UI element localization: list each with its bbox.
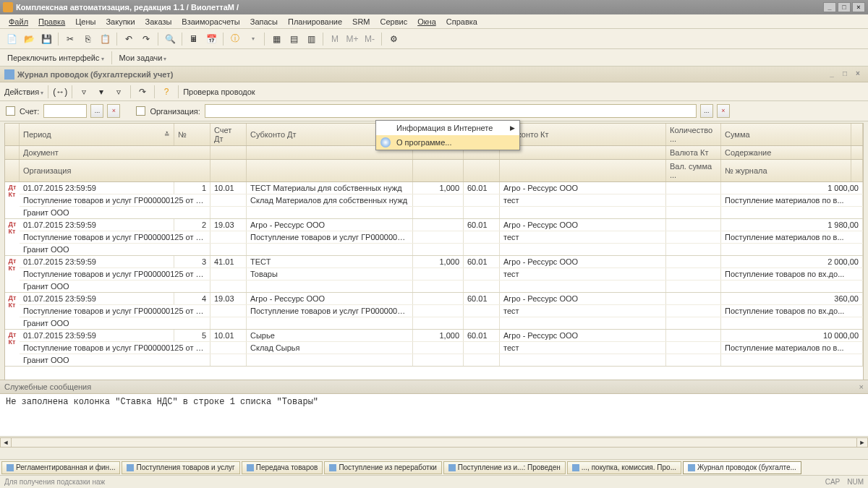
col-n[interactable]: № [174, 124, 210, 145]
table-row[interactable]: ДтКт01.07.2015 23:59:59419.03Агро - Ресс… [5, 293, 863, 330]
col-sdt[interactable]: Счет Дт [210, 124, 247, 145]
menu-windows[interactable]: Окна [413, 16, 441, 27]
my-tasks-button[interactable]: Мои задачи [116, 52, 170, 64]
org-input[interactable] [205, 104, 697, 118]
document-title: Журнал проводок (бухгалтерский учет) [17, 70, 173, 79]
table-row[interactable]: ДтКт01.07.2015 23:59:59219.03Агро - Ресс… [5, 219, 863, 256]
action-bar: Действия (↔) ▿ ▾ ▿ ↷ ? Проверка проводок [0, 82, 868, 101]
info-dropdown[interactable] [245, 32, 260, 46]
new-icon[interactable]: 📄 [4, 32, 19, 46]
account-clear[interactable]: × [107, 104, 120, 118]
account-input[interactable] [43, 104, 87, 118]
redo-icon[interactable]: ↷ [139, 32, 153, 46]
table-row[interactable]: ДтКт01.07.2015 23:59:59510.01Сырье1,0006… [5, 330, 863, 367]
calc-icon[interactable]: 🖩 [187, 32, 201, 46]
menu-help[interactable]: Справка [442, 16, 482, 27]
paste-icon[interactable]: 📋 [98, 32, 112, 46]
menu-edit[interactable]: Правка [34, 16, 69, 27]
task-item[interactable]: Передача товаров [242, 461, 323, 474]
menu-service[interactable]: Сервис [376, 16, 412, 27]
switch-interface-button[interactable]: Переключить интерфейс [4, 52, 107, 64]
entry-icon: ДтКт [9, 221, 17, 235]
calendar-icon[interactable]: 📅 [204, 32, 218, 46]
filter2-icon[interactable]: ▾ [94, 85, 109, 99]
col-subkt[interactable]: Субконто Кт [500, 124, 666, 145]
org-picker[interactable]: ... [700, 104, 713, 118]
context-menu: Информация в Интернете▶ О программе... [375, 120, 520, 150]
entries-grid: Период≛ № Счет Дт Субконто Дт Количество… [4, 123, 864, 398]
table-row[interactable]: ДтКт01.07.2015 23:59:59341.01ТЕСТ1,00060… [5, 256, 863, 293]
filter1-icon[interactable]: ▿ [77, 85, 91, 99]
main-toolbar: 📄 📂 💾 ✂ ⎘ 📋 ↶ ↷ 🔍 🖩 📅 ⓘ ▦ ▤ ▥ M M+ M- ⚙ [0, 29, 868, 49]
refresh-icon[interactable]: (↔) [53, 85, 67, 99]
copy-icon[interactable]: ⎘ [80, 32, 95, 46]
menu-prices[interactable]: Цены [71, 16, 100, 27]
org-checkbox[interactable] [136, 106, 145, 116]
app-logo-icon [3, 2, 13, 12]
doc-close[interactable]: × [852, 69, 864, 80]
mplus-icon[interactable]: M+ [345, 32, 359, 46]
tool3-icon[interactable]: ▥ [304, 32, 318, 46]
secondary-toolbar: Переключить интерфейс Мои задачи [0, 49, 868, 67]
document-icon [4, 69, 14, 80]
menu-srm[interactable]: SRM [348, 16, 374, 27]
find-icon[interactable]: 🔍 [163, 32, 177, 46]
menu-bar: Файл Правка Цены Закупки Заказы Взаимора… [0, 14, 868, 29]
help-icon[interactable]: ? [159, 85, 174, 99]
org-label: Организация: [150, 107, 200, 116]
task-item[interactable]: Поступление из переработки [324, 461, 441, 474]
filter3-icon[interactable]: ▿ [111, 85, 126, 99]
table-row[interactable]: ДтКт01.07.2015 23:59:59110.01ТЕСТ Матери… [5, 182, 863, 219]
menu-planning[interactable]: Планирование [284, 16, 346, 27]
undo-icon[interactable]: ↶ [122, 32, 136, 46]
title-bar: Комплексная автоматизация, редакция 1.1 … [0, 0, 868, 14]
save-icon[interactable]: 💾 [39, 32, 54, 46]
export-icon[interactable]: ↷ [135, 85, 150, 99]
tool1-icon[interactable]: ▦ [269, 32, 284, 46]
col-period[interactable]: Период≛ [20, 124, 174, 145]
task-item[interactable]: ..., покупка, комиссия. Про... [567, 461, 681, 474]
menu-file[interactable]: Файл [4, 16, 33, 27]
doc-restore[interactable]: □ [839, 69, 851, 80]
menu-purchases[interactable]: Закупки [101, 16, 139, 27]
messages-title: Служебные сообщения [4, 382, 91, 391]
scroll-left[interactable]: ◄ [0, 437, 12, 448]
ctx-internet-info[interactable]: Информация в Интернете▶ [376, 121, 519, 135]
restore-button[interactable]: □ [838, 2, 851, 12]
task-item-active[interactable]: Журнал проводок (бухгалте... [683, 461, 801, 474]
account-checkbox[interactable] [6, 106, 15, 116]
task-item[interactable]: Регламентированная и фин... [1, 461, 120, 474]
task-item[interactable]: Поступления товаров и услуг [122, 461, 239, 474]
mminus-icon[interactable]: M- [362, 32, 377, 46]
col-sum[interactable]: Сумма [721, 124, 851, 145]
entry-icon: ДтКт [9, 184, 17, 198]
document-title-bar: Журнал проводок (бухгалтерский учет) _ □… [0, 67, 868, 82]
entry-icon: ДтКт [9, 331, 17, 346]
horizontal-scrollbar[interactable]: ◄ ► [0, 436, 868, 448]
doc-minimize[interactable]: _ [826, 69, 838, 80]
open-icon[interactable]: 📂 [22, 32, 36, 46]
info-icon[interactable]: ⓘ [228, 32, 242, 46]
cut-icon[interactable]: ✂ [63, 32, 77, 46]
m-icon[interactable]: M [328, 32, 342, 46]
menu-orders[interactable]: Заказы [141, 16, 176, 27]
actions-dropdown[interactable]: Действия [4, 87, 43, 96]
ctx-about[interactable]: О программе... [376, 135, 519, 150]
settings-icon[interactable]: ⚙ [386, 32, 401, 46]
account-picker[interactable]: ... [90, 104, 103, 118]
info-icon [380, 137, 391, 147]
task-item[interactable]: Поступление из и...: Проведен [443, 461, 566, 474]
messages-close[interactable]: × [859, 382, 864, 391]
account-label: Счет: [20, 107, 39, 116]
col-qty2[interactable]: Количество ... [666, 124, 721, 145]
taskbar: Регламентированная и фин... Поступления … [0, 459, 868, 475]
close-button[interactable]: × [852, 2, 865, 12]
grid-body[interactable]: ДтКт01.07.2015 23:59:59110.01ТЕСТ Матери… [5, 182, 863, 367]
menu-settlements[interactable]: Взаиморасчеты [177, 16, 244, 27]
menu-inventory[interactable]: Запасы [246, 16, 282, 27]
tool2-icon[interactable]: ▤ [286, 32, 301, 46]
org-clear[interactable]: × [717, 104, 730, 118]
minimize-button[interactable]: _ [823, 2, 836, 12]
scroll-right[interactable]: ► [856, 437, 868, 448]
check-entries-button[interactable]: Проверка проводок [183, 87, 255, 96]
